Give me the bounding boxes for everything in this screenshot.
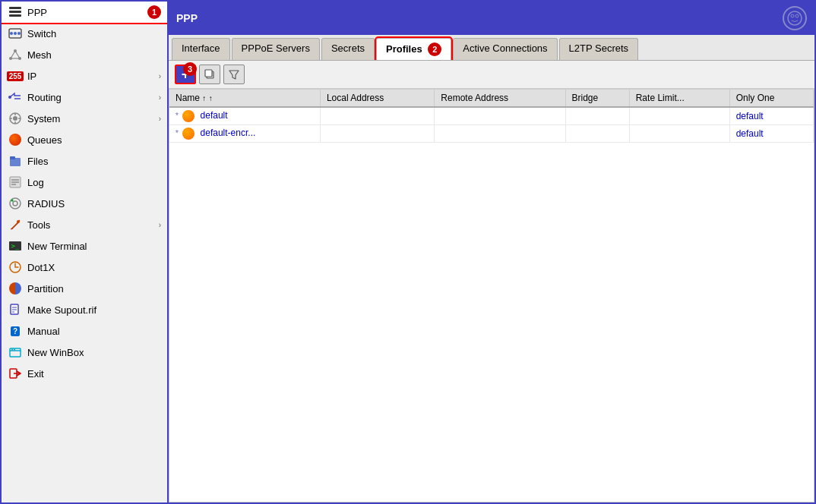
sidebar-item-partition[interactable]: Partition: [2, 278, 167, 299]
sidebar-item-winbox[interactable]: New WinBox: [2, 342, 167, 363]
sidebar-item-tools[interactable]: Tools ›: [2, 214, 167, 235]
toolbar: + 3: [169, 61, 814, 89]
svg-rect-21: [10, 156, 15, 159]
svg-marker-46: [229, 71, 239, 79]
profile-icon-1: [182, 110, 195, 122]
row-2-local-address: [320, 125, 434, 143]
sidebar-item-switch[interactable]: Switch: [2, 23, 167, 44]
table-row[interactable]: * default default: [169, 107, 814, 125]
ip-icon: 255: [8, 68, 23, 83]
row-2-rate-limit: [629, 125, 729, 143]
sidebar-item-ip-label: IP: [27, 71, 159, 82]
svg-point-37: [11, 349, 13, 351]
svg-line-11: [15, 51, 20, 58]
col-rate-limit[interactable]: Rate Limit...: [629, 90, 729, 107]
ppp-icon: [8, 5, 23, 20]
tab-profiles[interactable]: Profiles 2: [376, 38, 451, 60]
sidebar-item-mesh[interactable]: Mesh: [2, 44, 167, 65]
row-2-name-link[interactable]: default-encr...: [201, 128, 256, 138]
svg-point-28: [11, 200, 14, 202]
row-1-remote-address: [435, 107, 565, 125]
row-2-only-one-link[interactable]: default: [736, 128, 764, 139]
sidebar-item-log[interactable]: Log: [2, 172, 167, 193]
sidebar-item-terminal[interactable]: >_ New Terminal: [2, 235, 167, 257]
sidebar-item-ppp[interactable]: PPP 1: [2, 2, 167, 23]
row-1-name-link[interactable]: default: [201, 110, 228, 121]
exit-icon: [8, 366, 23, 381]
tab-secrets[interactable]: Secrets: [321, 38, 375, 60]
radius-icon: [8, 196, 23, 211]
sidebar-item-manual[interactable]: ? Manual: [2, 320, 167, 342]
svg-rect-45: [205, 70, 212, 77]
svg-point-13: [8, 96, 11, 99]
col-name[interactable]: Name ↑: [169, 90, 320, 107]
sidebar-item-system[interactable]: System ›: [2, 108, 167, 129]
col-remote-address[interactable]: Remote Address: [435, 90, 565, 107]
copy-button[interactable]: [199, 65, 220, 84]
sidebar: PPP 1 Switch: [2, 2, 169, 502]
routing-icon: [8, 90, 23, 105]
col-local-address[interactable]: Local Address: [320, 90, 434, 107]
add-button[interactable]: + 3: [175, 65, 196, 84]
row-1-rate-limit: [629, 107, 729, 125]
col-bridge[interactable]: Bridge: [565, 90, 629, 107]
sidebar-item-manual-label: Manual: [27, 326, 161, 337]
sidebar-item-exit-label: Exit: [27, 368, 161, 380]
badge-two: 2: [428, 43, 441, 56]
row-1-only-one-link[interactable]: default: [736, 111, 764, 121]
supout-icon: [8, 302, 23, 317]
partition-icon: [8, 281, 23, 296]
tabs-bar: Interface PPPoE Servers Secrets Profiles…: [169, 35, 814, 61]
terminal-icon: >_: [8, 238, 23, 254]
sidebar-item-files[interactable]: Files: [2, 150, 167, 172]
row-1-bridge: [565, 107, 629, 125]
row-2-remote-address: [435, 125, 565, 143]
sidebar-item-exit[interactable]: Exit: [2, 363, 167, 384]
sidebar-item-routing-label: Routing: [27, 92, 159, 103]
profiles-table-area: Name ↑ Local Address Remote Address Brid…: [169, 89, 814, 502]
svg-point-4: [10, 32, 13, 35]
svg-point-41: [788, 11, 802, 25]
svg-rect-2: [9, 14, 21, 17]
profiles-table: Name ↑ Local Address Remote Address Brid…: [169, 90, 814, 143]
sidebar-item-supout[interactable]: Make Supout.rif: [2, 299, 167, 320]
content-area: PPP Interface PPPoE Servers Secrets: [169, 2, 814, 502]
sidebar-item-queues[interactable]: Queues: [2, 129, 167, 150]
files-icon: [8, 153, 23, 169]
sidebar-item-dot1x-label: Dot1X: [27, 262, 161, 273]
sidebar-item-terminal-label: New Terminal: [27, 241, 161, 252]
tab-l2tp-secrets[interactable]: L2TP Secrets: [559, 38, 639, 60]
tab-interface[interactable]: Interface: [172, 38, 230, 60]
ip-arrow: ›: [159, 72, 161, 80]
screen-icon: [783, 6, 807, 30]
winbox-icon: [8, 345, 23, 360]
sidebar-item-partition-label: Partition: [27, 283, 161, 295]
mesh-icon: [8, 47, 23, 62]
tab-active-connections[interactable]: Active Connections: [453, 38, 557, 60]
content-title-bar: PPP: [169, 2, 814, 35]
log-icon: [8, 175, 23, 190]
tab-pppoe-servers[interactable]: PPPoE Servers: [232, 38, 320, 60]
svg-rect-0: [9, 7, 21, 9]
row-1-local-address: [320, 107, 434, 125]
sidebar-item-dot1x[interactable]: Dot1X: [2, 257, 167, 278]
sidebar-item-radius[interactable]: RADIUS: [2, 193, 167, 214]
sidebar-item-routing[interactable]: Routing ›: [2, 87, 167, 108]
badge-three: 3: [183, 62, 197, 76]
filter-button[interactable]: [223, 65, 245, 84]
manual-icon: ?: [8, 323, 23, 339]
sidebar-item-tools-label: Tools: [27, 219, 159, 231]
table-row[interactable]: * default-encr... default: [169, 125, 814, 143]
svg-point-38: [14, 349, 15, 351]
content-title-text: PPP: [176, 12, 198, 24]
profile-icon-2: [182, 128, 195, 140]
svg-point-29: [17, 220, 20, 223]
svg-point-43: [795, 14, 799, 17]
row-1-only-one: default: [729, 107, 813, 125]
tools-icon: [8, 217, 23, 232]
queues-icon: [8, 132, 23, 147]
col-only-one[interactable]: Only One: [729, 90, 813, 107]
sidebar-item-ip[interactable]: 255 IP ›: [2, 65, 167, 87]
sidebar-item-radius-label: RADIUS: [27, 198, 161, 209]
svg-rect-1: [9, 11, 21, 13]
